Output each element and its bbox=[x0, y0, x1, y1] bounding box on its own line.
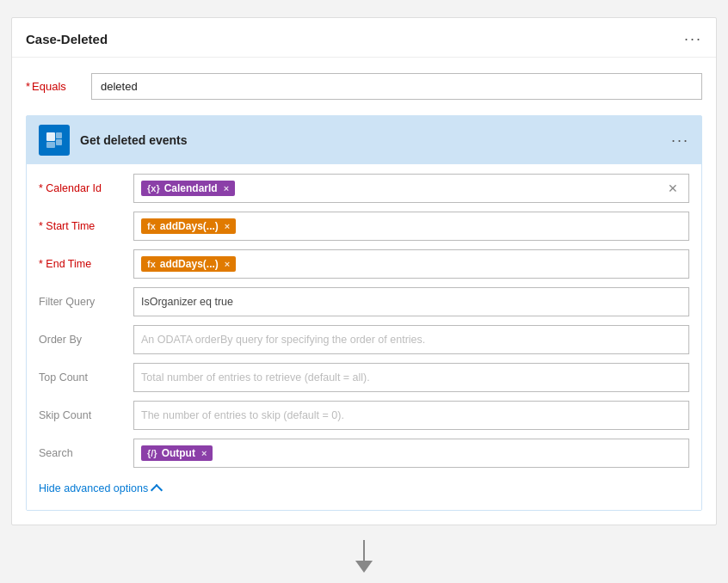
token-text-end-time: addDays(...) bbox=[160, 258, 219, 270]
arrow-line bbox=[363, 540, 365, 561]
svg-rect-0 bbox=[46, 132, 55, 141]
field-value-calendar-id[interactable]: {x} CalendarId × ✕ bbox=[133, 174, 689, 203]
token-close-start-time[interactable]: × bbox=[225, 221, 230, 231]
label-end-time: End Time bbox=[39, 258, 133, 270]
equals-row: *Equals bbox=[12, 58, 716, 115]
arrow-head bbox=[355, 561, 373, 573]
field-row-start-time: Start Time fx addDays(...) × bbox=[39, 211, 689, 242]
label-skip-count: Skip Count bbox=[39, 409, 133, 421]
required-star: * bbox=[26, 80, 30, 93]
hide-advanced-button[interactable]: Hide advanced options bbox=[39, 476, 689, 498]
inner-card-menu-button[interactable]: ··· bbox=[671, 132, 689, 150]
field-row-calendar-id: Calendar Id {x} CalendarId × ✕ bbox=[39, 173, 689, 204]
token-close-end-time[interactable]: × bbox=[225, 259, 230, 269]
field-value-end-time[interactable]: fx addDays(...) × bbox=[133, 249, 689, 279]
inner-card-title: Get deleted events bbox=[80, 133, 188, 147]
field-row-search: Search {/} Output × bbox=[39, 438, 689, 469]
label-order-by: Order By bbox=[39, 334, 133, 346]
arrow-down-container bbox=[355, 539, 373, 574]
field-value-search[interactable]: {/} Output × bbox=[133, 439, 689, 468]
inner-card: Get deleted events ··· Calendar Id {x} C… bbox=[26, 115, 702, 511]
field-row-end-time: End Time fx addDays(...) × bbox=[39, 249, 689, 279]
token-text-calendar-id: CalendarId bbox=[164, 182, 218, 194]
token-icon-end-time: fx bbox=[147, 259, 156, 269]
inner-card-left: Get deleted events bbox=[39, 125, 188, 156]
token-close-search[interactable]: × bbox=[201, 448, 207, 458]
inner-card-body: Calendar Id {x} CalendarId × ✕ Start Tim… bbox=[27, 164, 701, 510]
svg-rect-3 bbox=[46, 142, 55, 148]
token-end-time: fx addDays(...) × bbox=[141, 256, 236, 272]
card-header: Case-Deleted ··· bbox=[12, 18, 716, 58]
field-row-filter-query: Filter Query IsOrganizer eq true bbox=[39, 286, 689, 317]
field-row-skip-count: Skip Count The number of entries to skip… bbox=[39, 400, 689, 431]
outlook-icon bbox=[39, 125, 70, 156]
label-calendar-id: Calendar Id bbox=[39, 182, 133, 194]
svg-rect-1 bbox=[56, 132, 62, 138]
field-value-filter-query[interactable]: IsOrganizer eq true bbox=[133, 287, 689, 316]
token-close-calendar-id[interactable]: × bbox=[224, 183, 229, 193]
token-icon-start-time: fx bbox=[147, 221, 156, 231]
svg-rect-2 bbox=[56, 139, 62, 145]
equals-label: *Equals bbox=[26, 80, 77, 93]
label-search: Search bbox=[39, 447, 133, 459]
card-title: Case-Deleted bbox=[26, 32, 108, 46]
field-value-skip-count[interactable]: The number of entries to skip (default =… bbox=[133, 401, 689, 430]
card-menu-button[interactable]: ··· bbox=[684, 30, 702, 48]
equals-input[interactable] bbox=[91, 73, 702, 100]
field-value-top-count[interactable]: Total number of entries to retrieve (def… bbox=[133, 363, 689, 392]
skip-count-placeholder: The number of entries to skip (default =… bbox=[141, 409, 682, 421]
order-by-placeholder: An ODATA orderBy query for specifying th… bbox=[141, 334, 682, 346]
token-start-time: fx addDays(...) × bbox=[141, 218, 236, 234]
token-calendar-id: {x} CalendarId × bbox=[141, 181, 235, 196]
label-top-count: Top Count bbox=[39, 371, 133, 384]
flow-arrow bbox=[355, 540, 373, 573]
inner-card-header: Get deleted events ··· bbox=[27, 116, 701, 164]
label-filter-query: Filter Query bbox=[39, 296, 133, 308]
field-row-order-by: Order By An ODATA orderBy query for spec… bbox=[39, 324, 689, 355]
label-start-time: Start Time bbox=[39, 220, 133, 232]
chevron-up-icon bbox=[151, 483, 163, 495]
token-icon-calendar-id: {x} bbox=[147, 183, 160, 193]
main-card: Case-Deleted ··· *Equals bbox=[11, 17, 717, 525]
field-clear-calendar-id[interactable]: ✕ bbox=[664, 181, 682, 195]
token-icon-search: {/} bbox=[147, 448, 157, 458]
token-text-search: Output bbox=[162, 447, 195, 459]
field-row-top-count: Top Count Total number of entries to ret… bbox=[39, 362, 689, 393]
token-text-start-time: addDays(...) bbox=[160, 220, 219, 232]
field-value-start-time[interactable]: fx addDays(...) × bbox=[133, 212, 689, 241]
filter-query-text: IsOrganizer eq true bbox=[141, 296, 682, 308]
token-search: {/} Output × bbox=[141, 445, 213, 461]
field-value-order-by[interactable]: An ODATA orderBy query for specifying th… bbox=[133, 325, 689, 354]
page-container: Case-Deleted ··· *Equals bbox=[11, 17, 717, 583]
top-count-placeholder: Total number of entries to retrieve (def… bbox=[141, 371, 682, 384]
hide-advanced-label: Hide advanced options bbox=[39, 482, 148, 494]
